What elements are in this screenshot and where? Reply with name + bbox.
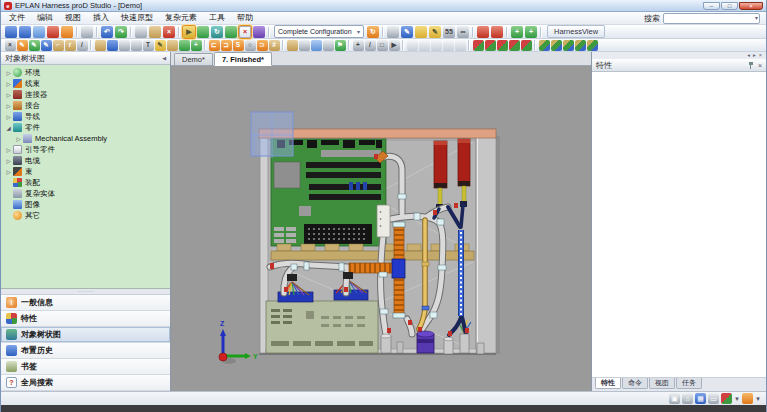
place-icon[interactable]: [197, 26, 209, 38]
redo-icon[interactable]: ↷: [115, 26, 127, 38]
expand-icon[interactable]: ▷: [5, 158, 12, 164]
refresh-icon[interactable]: ↻: [367, 26, 379, 38]
display-mode-caret-icon[interactable]: ▾: [734, 393, 740, 404]
tree-item-assemblies[interactable]: 装配: [1, 177, 170, 188]
draw-line-icon[interactable]: ✎: [17, 40, 28, 51]
expand-icon[interactable]: ▷: [5, 81, 12, 87]
expand-icon[interactable]: ▷: [5, 114, 12, 120]
display-mode-icon[interactable]: [721, 393, 732, 404]
group-icon[interactable]: [179, 40, 190, 51]
report-nailboard-icon[interactable]: [407, 40, 418, 51]
menu-view[interactable]: 视图: [59, 12, 87, 24]
tab-commands[interactable]: 命令: [622, 378, 648, 389]
panel-button-properties[interactable]: 特性: [1, 311, 170, 327]
length-icon[interactable]: 55: [443, 26, 455, 38]
trim-icon[interactable]: ×: [5, 40, 16, 51]
measure-icon[interactable]: [225, 26, 237, 38]
spiral-wrap-icon[interactable]: S: [233, 40, 244, 51]
menu-rapid-prototyping[interactable]: 快速原型: [115, 12, 159, 24]
expand-icon[interactable]: ▷: [15, 136, 22, 142]
panel-button-global-search[interactable]: ? 全局搜索: [1, 375, 170, 391]
tree-item-wires[interactable]: ▷ 导线: [1, 111, 170, 122]
corner-icon[interactable]: ⌐: [53, 40, 64, 51]
duplicate-icon[interactable]: [167, 40, 178, 51]
tree-item-other[interactable]: 其它: [1, 210, 170, 221]
view-front-icon[interactable]: [563, 40, 574, 51]
library-search-icon[interactable]: [299, 40, 310, 51]
replace-part-icon[interactable]: [95, 40, 106, 51]
add-node-icon[interactable]: +: [353, 40, 364, 51]
menu-tools[interactable]: 工具: [203, 12, 231, 24]
sleeve-icon[interactable]: ⊃: [257, 40, 268, 51]
copy-icon[interactable]: [135, 26, 147, 38]
import-icon[interactable]: [47, 26, 59, 38]
tube-start-icon[interactable]: ⊏: [209, 40, 220, 51]
draw-arc-icon[interactable]: ✎: [29, 40, 40, 51]
eyeglasses-icon[interactable]: ∞: [457, 26, 469, 38]
add-segment-icon[interactable]: /: [365, 40, 376, 51]
clipping-icon[interactable]: [253, 26, 265, 38]
background-style-icon[interactable]: [742, 393, 753, 404]
check-harness-icon[interactable]: [491, 26, 503, 38]
maximize-button[interactable]: □: [721, 2, 738, 10]
find-icon[interactable]: [387, 26, 399, 38]
save-all-icon[interactable]: [33, 26, 45, 38]
expand-icon[interactable]: ▷: [5, 70, 12, 76]
viewport-3d[interactable]: Z Y: [171, 66, 591, 391]
tab-tasks[interactable]: 任务: [676, 378, 702, 389]
expand-icon[interactable]: ◢: [5, 125, 12, 131]
tab-demo[interactable]: Demo*: [174, 53, 213, 65]
swap-part-icon[interactable]: [119, 40, 130, 51]
expand-icon[interactable]: ▷: [5, 92, 12, 98]
panel-nav-close-icon[interactable]: ×: [759, 53, 762, 59]
library-icon[interactable]: [287, 40, 298, 51]
tree-item-environment[interactable]: ▷ 环境: [1, 67, 170, 78]
rotate-icon[interactable]: ↻: [211, 26, 223, 38]
report-bom-icon[interactable]: [431, 40, 442, 51]
add-connector-icon[interactable]: +: [511, 26, 523, 38]
menu-insert[interactable]: 插入: [87, 12, 115, 24]
close-button[interactable]: ×: [739, 2, 763, 10]
view-back-icon[interactable]: [587, 40, 598, 51]
tree-item-cables[interactable]: ▷ 电缆: [1, 155, 170, 166]
report-cutlist-icon[interactable]: [443, 40, 454, 51]
menu-help[interactable]: 帮助: [231, 12, 259, 24]
pick-icon[interactable]: ▶: [389, 40, 400, 51]
collapse-panel-icon[interactable]: ◀: [162, 56, 166, 61]
view-iso-icon[interactable]: [539, 40, 550, 51]
tee-split-icon[interactable]: T: [143, 40, 154, 51]
view-top-icon[interactable]: [551, 40, 562, 51]
flag-icon[interactable]: ⚑: [335, 40, 346, 51]
zoom-fit-icon[interactable]: ⌂: [682, 393, 693, 404]
panel-nav-left-icon[interactable]: ◂: [747, 53, 750, 59]
search-input[interactable]: ▾: [663, 13, 760, 24]
tree-item-connectors[interactable]: ▷ 连接器: [1, 89, 170, 100]
expand-icon[interactable]: ▷: [5, 103, 12, 109]
table-wires-icon[interactable]: [473, 40, 484, 51]
grommet-icon[interactable]: ○: [245, 40, 256, 51]
tree-item-complex-entities[interactable]: 复杂实体: [1, 188, 170, 199]
tree-item-parts[interactable]: ◢ 零件: [1, 122, 170, 133]
add-rect-icon[interactable]: □: [377, 40, 388, 51]
tube-end-icon[interactable]: ⊐: [221, 40, 232, 51]
view-side-icon[interactable]: [575, 40, 586, 51]
table-parts-icon[interactable]: [509, 40, 520, 51]
expand-icon[interactable]: ▷: [5, 147, 12, 153]
panel-button-bookmarks[interactable]: 书签: [1, 359, 170, 375]
fillet-icon[interactable]: r: [65, 40, 76, 51]
close-panel-icon[interactable]: ×: [758, 62, 762, 69]
undo-icon[interactable]: ↶: [101, 26, 113, 38]
tree-item-harness[interactable]: ▷ 线束: [1, 78, 170, 89]
knife-icon[interactable]: [323, 40, 334, 51]
sketch-icon[interactable]: ✎: [401, 26, 413, 38]
search-dropdown-icon[interactable]: ▾: [755, 15, 758, 21]
braid-icon[interactable]: #: [269, 40, 280, 51]
harnessview-button[interactable]: HarnessView: [547, 25, 605, 38]
panel-button-object-tree[interactable]: 对象树状图: [1, 327, 170, 343]
trash-icon[interactable]: [131, 40, 142, 51]
update-part-icon[interactable]: [107, 40, 118, 51]
tree-item-bundles[interactable]: ▷ 束: [1, 166, 170, 177]
tree-item-guiding-parts[interactable]: ▷ 引导零件: [1, 144, 170, 155]
feather-icon[interactable]: [311, 40, 322, 51]
pin-icon[interactable]: [748, 62, 754, 69]
